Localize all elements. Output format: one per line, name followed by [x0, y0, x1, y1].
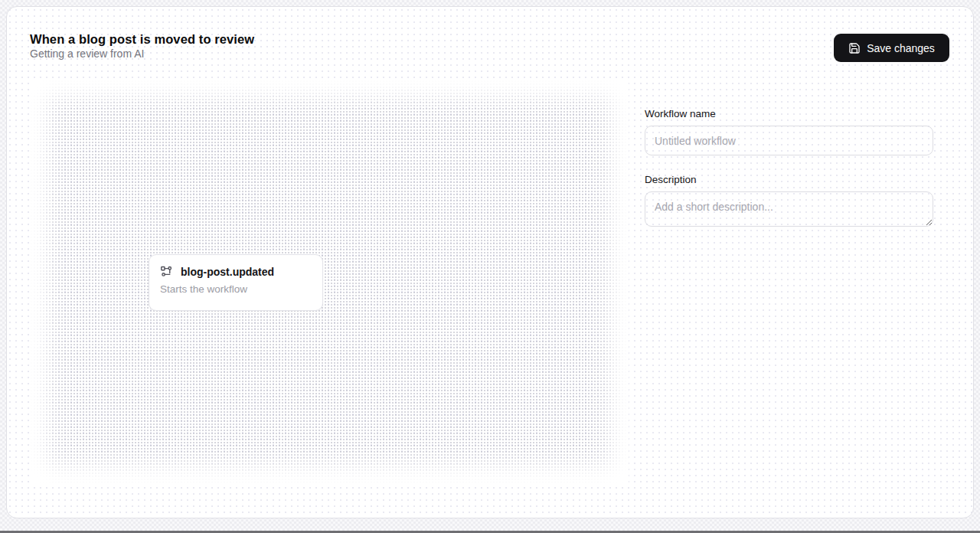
workflow-canvas[interactable]: blog-post.updated Starts the workflow [30, 80, 629, 483]
workflow-name-input[interactable] [645, 126, 933, 155]
workflow-settings-panel: Workflow name Description [645, 108, 933, 248]
workflow-name-label: Workflow name [645, 108, 933, 119]
page-title: When a blog post is moved to review [30, 32, 254, 47]
description-textarea[interactable] [645, 191, 933, 227]
description-label: Description [645, 174, 933, 185]
workflow-trigger-icon [160, 265, 173, 278]
workflow-editor-card: When a blog post is moved to review Gett… [6, 6, 974, 518]
save-changes-button[interactable]: Save changes [834, 34, 949, 62]
trigger-node[interactable]: blog-post.updated Starts the workflow [149, 254, 323, 311]
trigger-node-title: blog-post.updated [181, 266, 274, 278]
trigger-node-subtitle: Starts the workflow [160, 283, 310, 295]
page-subtitle: Getting a review from AI [30, 47, 144, 60]
save-icon [848, 42, 861, 54]
save-button-label: Save changes [867, 42, 935, 54]
